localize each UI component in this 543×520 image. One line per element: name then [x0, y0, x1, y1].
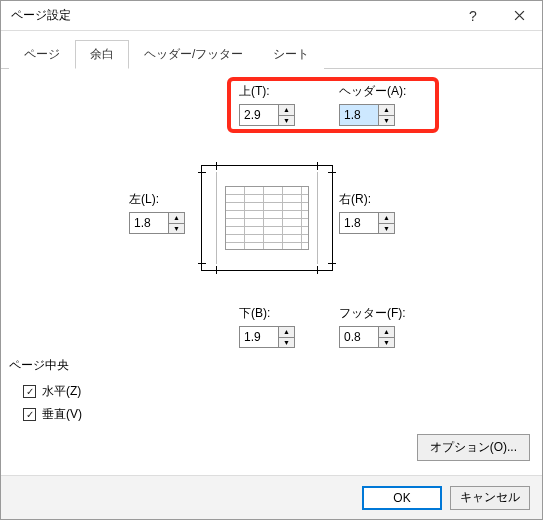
spin-down-icon[interactable]: ▼ — [379, 116, 394, 126]
options-button[interactable]: オプション(O)... — [417, 434, 530, 461]
center-vertical-row[interactable]: ✓ 垂直(V) — [9, 403, 209, 426]
spin-up-icon[interactable]: ▲ — [279, 105, 294, 116]
margin-top-input[interactable] — [240, 105, 278, 125]
dialog-footer: OK キャンセル — [1, 475, 542, 519]
margin-header-spinner[interactable]: ▲▼ — [339, 104, 395, 126]
spin-buttons[interactable]: ▲▼ — [378, 213, 394, 233]
spin-buttons[interactable]: ▲▼ — [378, 105, 394, 125]
center-vertical-label: 垂直(V) — [42, 406, 82, 423]
margin-right-label: 右(R): — [339, 191, 371, 208]
center-group-label: ページ中央 — [9, 357, 209, 374]
margin-footer-label: フッター(F): — [339, 305, 406, 322]
checkbox-checked-icon[interactable]: ✓ — [23, 385, 36, 398]
preview-page — [216, 172, 318, 264]
margin-top-spinner[interactable]: ▲▼ — [239, 104, 295, 126]
spin-down-icon[interactable]: ▼ — [379, 338, 394, 348]
margin-right-spinner[interactable]: ▲▼ — [339, 212, 395, 234]
margin-bottom-label: 下(B): — [239, 305, 270, 322]
margin-bottom-spinner[interactable]: ▲▼ — [239, 326, 295, 348]
margin-header-label: ヘッダー(A): — [339, 83, 406, 100]
margin-left-input[interactable] — [130, 213, 168, 233]
center-horizontal-label: 水平(Z) — [42, 383, 81, 400]
margin-left-label: 左(L): — [129, 191, 159, 208]
titlebar: ページ設定 ? — [1, 1, 542, 31]
tab-margins[interactable]: 余白 — [75, 40, 129, 69]
page-preview — [201, 165, 333, 271]
margin-bottom-group: 下(B): ▲▼ — [239, 305, 295, 348]
margin-header-input[interactable] — [340, 105, 378, 125]
dialog-title: ページ設定 — [11, 7, 450, 24]
spin-buttons[interactable]: ▲▼ — [168, 213, 184, 233]
margin-right-input[interactable] — [340, 213, 378, 233]
margin-left-spinner[interactable]: ▲▼ — [129, 212, 185, 234]
margin-footer-spinner[interactable]: ▲▼ — [339, 326, 395, 348]
tab-sheet[interactable]: シート — [258, 40, 324, 69]
margin-left-group: 左(L): ▲▼ — [129, 191, 185, 234]
spin-down-icon[interactable]: ▼ — [279, 338, 294, 348]
ok-button[interactable]: OK — [362, 486, 442, 510]
tab-headerfooter[interactable]: ヘッダー/フッター — [129, 40, 258, 69]
spin-down-icon[interactable]: ▼ — [379, 224, 394, 234]
center-on-page-group: ページ中央 ✓ 水平(Z) ✓ 垂直(V) — [9, 357, 209, 426]
preview-grid — [225, 186, 309, 250]
spin-up-icon[interactable]: ▲ — [279, 327, 294, 338]
margin-bottom-input[interactable] — [240, 327, 278, 347]
content-area: 上(T): ▲▼ ヘッダー(A): ▲▼ 左(L): ▲▼ 右(R): ▲▼ 下… — [1, 69, 542, 469]
spin-buttons[interactable]: ▲▼ — [378, 327, 394, 347]
cancel-button[interactable]: キャンセル — [450, 486, 530, 510]
spin-buttons[interactable]: ▲▼ — [278, 327, 294, 347]
margin-top-label: 上(T): — [239, 83, 270, 100]
margin-right-group: 右(R): ▲▼ — [339, 191, 395, 234]
spin-up-icon[interactable]: ▲ — [379, 327, 394, 338]
spin-up-icon[interactable]: ▲ — [379, 105, 394, 116]
tab-strip: ページ 余白 ヘッダー/フッター シート — [1, 31, 542, 69]
margin-footer-group: フッター(F): ▲▼ — [339, 305, 406, 348]
close-button[interactable] — [496, 1, 542, 31]
margin-footer-input[interactable] — [340, 327, 378, 347]
tab-page[interactable]: ページ — [9, 40, 75, 69]
spin-down-icon[interactable]: ▼ — [169, 224, 184, 234]
spin-up-icon[interactable]: ▲ — [169, 213, 184, 224]
close-icon — [514, 10, 525, 21]
checkbox-checked-icon[interactable]: ✓ — [23, 408, 36, 421]
help-button[interactable]: ? — [450, 1, 496, 31]
margin-top-group: 上(T): ▲▼ — [239, 83, 295, 126]
spin-down-icon[interactable]: ▼ — [279, 116, 294, 126]
spin-up-icon[interactable]: ▲ — [379, 213, 394, 224]
spin-buttons[interactable]: ▲▼ — [278, 105, 294, 125]
margin-header-group: ヘッダー(A): ▲▼ — [339, 83, 406, 126]
center-horizontal-row[interactable]: ✓ 水平(Z) — [9, 380, 209, 403]
